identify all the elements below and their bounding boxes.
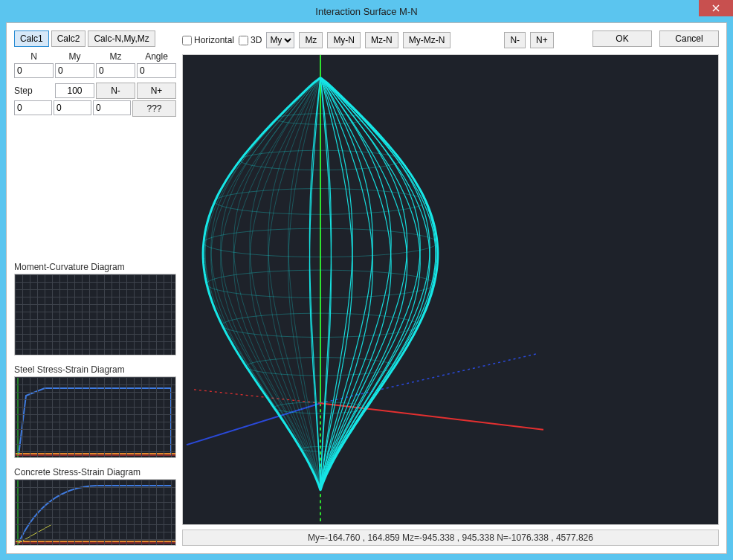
input-mz[interactable] bbox=[96, 63, 135, 78]
input-row-2: ??? bbox=[14, 100, 176, 117]
window-title: Interaction Surface M-N bbox=[315, 6, 417, 17]
step-row: Step N- N+ bbox=[14, 83, 176, 99]
header-n: N bbox=[14, 51, 54, 62]
plane-select[interactable]: My bbox=[266, 32, 294, 48]
interaction-surface-plot bbox=[183, 55, 718, 524]
n-plus-button-left[interactable]: N+ bbox=[137, 83, 176, 99]
input-row2-a[interactable] bbox=[14, 100, 52, 115]
ok-button[interactable]: OK bbox=[592, 30, 652, 47]
3d-checkbox[interactable] bbox=[239, 36, 248, 45]
n-minus-button-top[interactable]: N- bbox=[504, 32, 526, 48]
cancel-button[interactable]: Cancel bbox=[659, 30, 719, 47]
n-plus-button-top[interactable]: N+ bbox=[530, 32, 554, 48]
calc-nmymz-button[interactable]: Calc-N,My,Mz bbox=[88, 30, 155, 47]
moment-curvature-title: Moment-Curvature Diagram bbox=[14, 262, 176, 272]
status-bar: My=-164.760 , 164.859 Mz=-945.338 , 945.… bbox=[182, 530, 719, 546]
step-label: Step bbox=[14, 86, 54, 96]
svg-line-12 bbox=[194, 390, 320, 403]
steel-stress-strain-section: Steel Stress-Strain Diagram bbox=[14, 364, 176, 458]
input-my[interactable] bbox=[55, 63, 94, 78]
main-canvas[interactable] bbox=[182, 54, 719, 525]
calc2-button[interactable]: Calc2 bbox=[51, 30, 86, 47]
3d-label: 3D bbox=[251, 35, 262, 45]
step-input[interactable] bbox=[55, 83, 94, 98]
close-icon bbox=[712, 4, 720, 12]
input-row2-b[interactable] bbox=[54, 100, 91, 115]
titlebar: Interaction Surface M-N bbox=[0, 0, 733, 22]
my-n-button[interactable]: My-N bbox=[327, 32, 361, 48]
mz-n-button[interactable]: Mz-N bbox=[365, 32, 398, 48]
qqq-button[interactable]: ??? bbox=[132, 100, 176, 117]
concrete-stress-strain-canvas bbox=[14, 479, 176, 546]
concrete-stress-strain-title: Concrete Stress-Strain Diagram bbox=[14, 467, 176, 477]
left-panel: Calc1 Calc2 Calc-N,My,Mz N My Mz Angle S… bbox=[14, 30, 176, 546]
steel-stress-strain-canvas bbox=[14, 376, 176, 458]
moment-curvature-section: Moment-Curvature Diagram bbox=[14, 262, 176, 355]
calc-button-row: Calc1 Calc2 Calc-N,My,Mz bbox=[14, 30, 176, 47]
my-mz-n-button[interactable]: My-Mz-N bbox=[403, 32, 451, 48]
concrete-stress-strain-section: Concrete Stress-Strain Diagram bbox=[14, 467, 176, 546]
client-area: Calc1 Calc2 Calc-N,My,Mz N My Mz Angle S… bbox=[6, 22, 727, 554]
input-angle[interactable] bbox=[137, 63, 176, 78]
steel-stress-strain-title: Steel Stress-Strain Diagram bbox=[14, 364, 176, 375]
input-row2-c[interactable] bbox=[93, 100, 131, 115]
input-n[interactable] bbox=[14, 63, 54, 78]
close-button[interactable] bbox=[699, 0, 733, 16]
moment-curvature-canvas bbox=[14, 274, 176, 355]
mz-button[interactable]: Mz bbox=[299, 32, 323, 48]
n-minus-button-left[interactable]: N- bbox=[96, 83, 135, 99]
window: Interaction Surface M-N Calc1 Calc2 Calc… bbox=[0, 0, 733, 560]
status-text: My=-164.760 , 164.859 Mz=-945.338 , 945.… bbox=[308, 532, 593, 543]
horizontal-label: Horizontal bbox=[194, 35, 234, 45]
column-headers: N My Mz Angle bbox=[14, 51, 176, 62]
input-row-1 bbox=[14, 63, 176, 78]
right-panel: Horizontal 3D My Mz My-N Mz-N My-Mz-N N-… bbox=[182, 30, 719, 546]
horizontal-checkbox-label[interactable]: Horizontal bbox=[182, 35, 234, 45]
3d-checkbox-label[interactable]: 3D bbox=[239, 35, 262, 45]
header-mz: Mz bbox=[96, 51, 135, 62]
dialog-buttons: OK Cancel bbox=[592, 30, 719, 47]
calc1-button[interactable]: Calc1 bbox=[14, 30, 49, 47]
header-angle: Angle bbox=[137, 51, 176, 62]
header-my: My bbox=[55, 51, 94, 62]
horizontal-checkbox[interactable] bbox=[182, 36, 192, 45]
